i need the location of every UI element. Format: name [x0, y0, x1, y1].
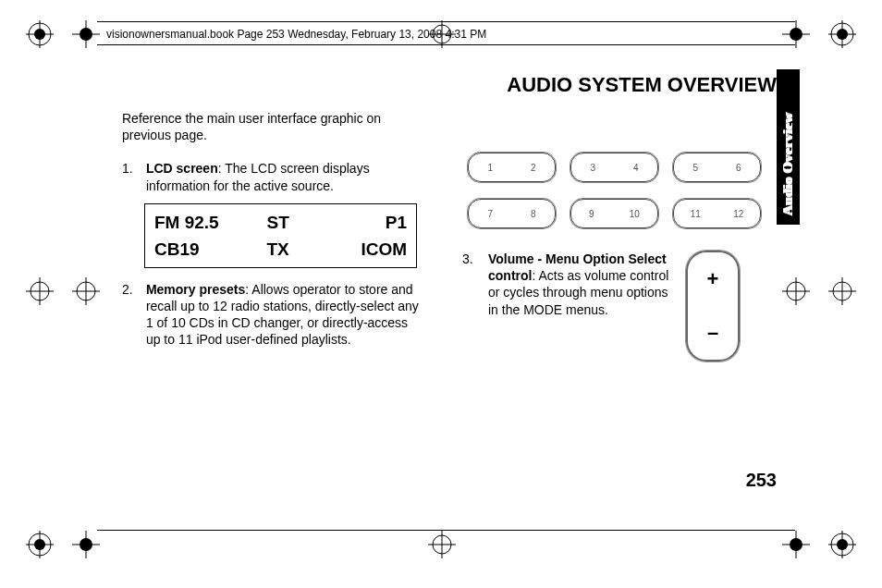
preset-num: 1 [487, 162, 493, 174]
reg-mark-icon [828, 20, 856, 48]
preset-button: 1112 [673, 199, 761, 228]
preset-button: 910 [570, 199, 658, 228]
list-item: 1. LCD screen: The LCD screen displays i… [122, 160, 427, 193]
item-body: Volume - Menu Option Select control: Act… [488, 251, 673, 361]
memory-preset-graphic: 12 34 56 78 910 1112 [468, 153, 772, 232]
item-label: Memory presets [146, 282, 245, 297]
lcd-cell: FM 92.5 [154, 212, 256, 235]
page-content: AUDIO SYSTEM OVERVIEW Audio Overview Ref… [111, 69, 777, 504]
lcd-cell: ICOM [351, 239, 407, 262]
crop-dot-icon [72, 20, 100, 48]
thumb-tab: Audio Overview [777, 69, 800, 225]
minus-icon: – [707, 320, 718, 347]
lcd-cell: TX [267, 239, 341, 262]
lcd-cell: CB19 [154, 239, 256, 262]
footer-rule [97, 530, 795, 531]
preset-num: 8 [531, 208, 536, 220]
cross-mark-icon [782, 277, 810, 305]
cross-mark-icon [828, 277, 856, 305]
cross-mark-icon [428, 531, 456, 558]
preset-button: 12 [468, 153, 556, 182]
volume-control-graphic: + – [686, 251, 740, 361]
lcd-row: CB19 TX ICOM [154, 239, 407, 262]
preset-num: 6 [736, 162, 741, 174]
page-title: AUDIO SYSTEM OVERVIEW [507, 73, 777, 97]
preset-num: 5 [692, 162, 698, 174]
preset-num: 2 [531, 162, 536, 174]
cross-mark-icon [26, 277, 54, 305]
header-rule [97, 21, 795, 22]
item-body: Memory presets: Allows operator to store… [146, 281, 423, 349]
item-body: LCD screen: The LCD screen displays info… [146, 160, 423, 193]
preset-num: 4 [633, 162, 639, 174]
reg-mark-icon [26, 531, 54, 558]
left-column: Reference the main user interface graphi… [122, 110, 427, 358]
intro-text: Reference the main user interface graphi… [122, 110, 427, 143]
crop-dot-icon [72, 531, 100, 558]
preset-num: 3 [590, 162, 595, 174]
page-number: 253 [746, 470, 777, 491]
crop-dot-icon [782, 531, 810, 558]
list-item: 3. Volume - Menu Option Select control: … [462, 251, 772, 361]
thumb-tab-label: Audio Overview [780, 112, 796, 215]
reg-mark-icon [828, 531, 856, 558]
preset-num: 9 [589, 208, 594, 220]
plus-icon: + [707, 266, 719, 293]
item-number: 2. [122, 281, 142, 298]
lcd-cell: P1 [351, 212, 407, 235]
preset-num: 10 [630, 208, 640, 220]
lcd-screen-graphic: FM 92.5 ST P1 CB19 TX ICOM [144, 203, 417, 268]
preset-num: 12 [733, 208, 743, 220]
header-rule [97, 44, 795, 45]
right-column: 12 34 56 78 910 1112 3. Volume - Menu Op… [462, 153, 772, 361]
preset-button: 78 [468, 199, 556, 228]
item-number: 3. [462, 251, 483, 361]
preset-button: 56 [673, 153, 761, 182]
preset-button: 34 [570, 153, 658, 182]
cross-mark-icon [72, 277, 100, 305]
preset-num: 11 [691, 208, 701, 220]
running-head: visionownersmanual.book Page 253 Wednesd… [106, 28, 486, 41]
preset-num: 7 [487, 208, 493, 220]
list-item: 2. Memory presets: Allows operator to st… [122, 281, 427, 349]
item-label: LCD screen [146, 161, 218, 176]
reg-mark-icon [26, 20, 54, 48]
item-number: 1. [122, 160, 142, 177]
lcd-cell: ST [267, 212, 341, 235]
lcd-row: FM 92.5 ST P1 [154, 212, 407, 235]
